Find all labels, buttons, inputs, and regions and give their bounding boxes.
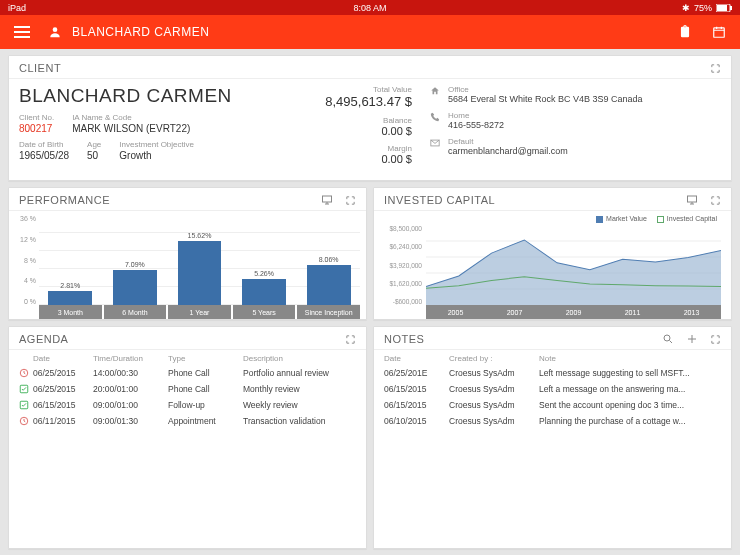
- chart-bar: [178, 241, 222, 305]
- col-type: Type: [168, 354, 243, 363]
- svg-rect-4: [714, 28, 725, 37]
- battery-percent: 75%: [694, 3, 712, 13]
- default-label: Default: [448, 137, 568, 146]
- svg-point-16: [664, 335, 670, 341]
- note-text: Planning the purchase of a cottage w...: [539, 416, 721, 426]
- obj-label: Investment Objective: [119, 140, 194, 149]
- menu-icon[interactable]: [14, 26, 30, 38]
- home-phone-value: 416-555-8272: [448, 120, 504, 130]
- col-by: Created by :: [449, 354, 539, 363]
- agenda-row[interactable]: 06/11/2015 09:00/01:30 Appointment Trans…: [19, 413, 356, 429]
- expand-icon[interactable]: [345, 334, 356, 345]
- note-created-by: Croesus SysAdm: [449, 416, 539, 426]
- note-row[interactable]: 06/15/2015 Croesus SysAdm Left a message…: [384, 381, 721, 397]
- legend-market-value: Market Value: [606, 215, 647, 222]
- agenda-date: 06/25/2015: [33, 368, 93, 378]
- app-title: BLANCHARD CARMEN: [72, 25, 209, 39]
- expand-icon[interactable]: [710, 63, 721, 74]
- clipboard-icon[interactable]: [678, 24, 692, 40]
- margin-label: Margin: [297, 144, 412, 153]
- agenda-type: Appointment: [168, 416, 243, 426]
- present-icon[interactable]: [321, 194, 333, 206]
- bar-value-label: 7.09%: [125, 261, 145, 268]
- expand-icon[interactable]: [345, 195, 356, 206]
- agenda-type: Follow-up: [168, 400, 243, 410]
- bluetooth-icon: ✱: [682, 3, 690, 13]
- margin-value: 0.00 $: [297, 153, 412, 165]
- bar-category-label: 6 Month: [104, 305, 167, 319]
- note-created-by: Croesus SysAdm: [449, 368, 539, 378]
- check-icon: [19, 400, 33, 410]
- agenda-time: 09:00/01:30: [93, 416, 168, 426]
- chart-bar: [113, 270, 157, 305]
- note-date: 06/10/2015: [384, 416, 449, 426]
- agenda-row[interactable]: 06/25/2015 20:00/01:00 Phone Call Monthl…: [19, 381, 356, 397]
- note-created-by: Croesus SysAdm: [449, 400, 539, 410]
- client-name: BLANCHARD CARMEN: [19, 85, 279, 107]
- legend-invested-capital: Invested Capital: [667, 215, 717, 222]
- market-value-area: [426, 240, 721, 305]
- agenda-row[interactable]: 06/25/2015 14:00/00:30 Phone Call Portfo…: [19, 365, 356, 381]
- total-value: 8,495,613.47 $: [297, 94, 412, 109]
- balance-label: Balance: [297, 116, 412, 125]
- agenda-title: AGENDA: [19, 333, 68, 345]
- agenda-row[interactable]: 06/15/2015 09:00/01:00 Follow-up Weekly …: [19, 397, 356, 413]
- client-no[interactable]: 800217: [19, 123, 54, 134]
- status-time: 8:08 AM: [353, 3, 386, 13]
- add-icon[interactable]: [686, 333, 698, 345]
- default-email: carmenblanchard@gmail.com: [448, 146, 568, 156]
- note-row[interactable]: 06/10/2015 Croesus SysAdm Planning the p…: [384, 413, 721, 429]
- agenda-desc: Monthly review: [243, 384, 356, 394]
- total-label: Total Value: [297, 85, 412, 94]
- device-label: iPad: [8, 3, 26, 13]
- note-row[interactable]: 06/25/201E Croesus SysAdm Left message s…: [384, 365, 721, 381]
- clock-icon: [19, 416, 33, 426]
- expand-icon[interactable]: [710, 334, 721, 345]
- ia-value: MARK WILSON (EVRT22): [72, 123, 190, 134]
- agenda-date: 06/25/2015: [33, 384, 93, 394]
- mail-icon: [430, 138, 440, 148]
- phone-icon: [430, 112, 440, 122]
- bar-category-label: 1 Year: [168, 305, 231, 319]
- search-icon[interactable]: [662, 333, 674, 345]
- user-icon[interactable]: [48, 25, 62, 39]
- note-text: Left message suggesting to sell MSFT...: [539, 368, 721, 378]
- agenda-date: 06/11/2015: [33, 416, 93, 426]
- notes-title: NOTES: [384, 333, 424, 345]
- agenda-desc: Transaction validation: [243, 416, 356, 426]
- status-bar: iPad 8:08 AM ✱ 75%: [0, 0, 740, 15]
- chart-bar: [48, 291, 92, 305]
- bar-value-label: 2.81%: [60, 282, 80, 289]
- agenda-desc: Weekly review: [243, 400, 356, 410]
- battery-icon: [716, 4, 732, 12]
- expand-icon[interactable]: [710, 195, 721, 206]
- svg-rect-7: [688, 196, 697, 202]
- office-label: Office: [448, 85, 643, 94]
- present-icon[interactable]: [686, 194, 698, 206]
- col-date: Date: [384, 354, 449, 363]
- invested-card: INVESTED CAPITAL Market Value Invested C…: [373, 187, 732, 320]
- agenda-type: Phone Call: [168, 384, 243, 394]
- bar-value-label: 5.26%: [254, 270, 274, 277]
- performance-card: PERFORMANCE 36 %12 %8 %4 %0 % 2.81% 3 Mo…: [8, 187, 367, 320]
- note-date: 06/15/2015: [384, 384, 449, 394]
- dob-value: 1965/05/28: [19, 150, 69, 161]
- note-row[interactable]: 06/15/2015 Croesus SysAdm Sent the accou…: [384, 397, 721, 413]
- client-no-label: Client No.: [19, 113, 54, 122]
- bar-category-label: Since Inception: [297, 305, 360, 319]
- performance-chart: 36 %12 %8 %4 %0 % 2.81% 3 Month7.09% 6 M…: [9, 211, 366, 319]
- invested-title: INVESTED CAPITAL: [384, 194, 495, 206]
- note-text: Sent the account opening doc 3 time...: [539, 400, 721, 410]
- invested-chart: Market Value Invested Capital $8,500,000…: [374, 211, 731, 319]
- calendar-icon[interactable]: [712, 24, 726, 40]
- dob-label: Date of Birth: [19, 140, 69, 149]
- check-icon: [19, 384, 33, 394]
- agenda-type: Phone Call: [168, 368, 243, 378]
- col-note: Note: [539, 354, 721, 363]
- agenda-time: 20:00/01:00: [93, 384, 168, 394]
- age-value: 50: [87, 150, 101, 161]
- agenda-card: AGENDA Date Time/Duration Type Descripti…: [8, 326, 367, 549]
- client-card: CLIENT BLANCHARD CARMEN Client No. 80021…: [8, 55, 732, 181]
- note-date: 06/15/2015: [384, 400, 449, 410]
- svg-rect-1: [717, 5, 727, 11]
